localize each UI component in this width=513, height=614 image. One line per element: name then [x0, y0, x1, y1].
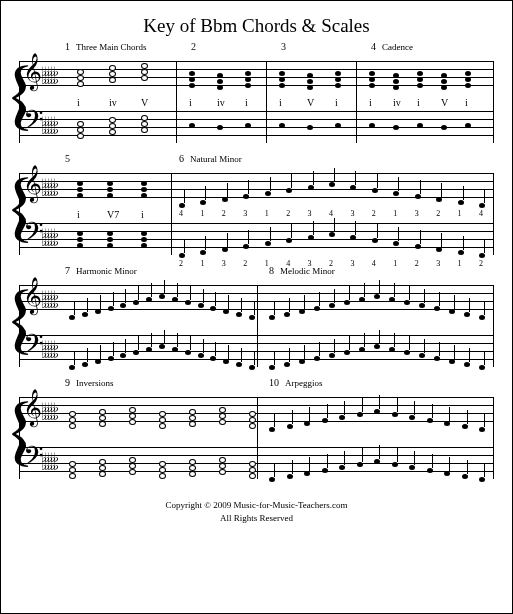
roman-numeral: i [245, 97, 248, 108]
fingering-number: 1 [200, 209, 204, 218]
roman-numeral: iv [393, 97, 401, 108]
fingering-number: 2 [436, 209, 440, 218]
roman-numeral: iv [217, 97, 225, 108]
roman-numeral: iv [109, 97, 117, 108]
roman-numeral: i [189, 97, 192, 108]
fingering-number: 2 [243, 259, 247, 268]
roman-numeral: i [417, 97, 420, 108]
roman-numeral: i [141, 209, 144, 220]
fingering-number: 2 [179, 259, 183, 268]
fingering-number: 3 [243, 209, 247, 218]
roman-numeral: i [465, 97, 468, 108]
fingering-number: 1 [458, 259, 462, 268]
footer: Copyright © 2009 Music-for-Music-Teacher… [19, 499, 494, 524]
roman-numeral: i [335, 97, 338, 108]
grand-staff-brace-icon: 𝄔 [9, 171, 19, 257]
roman-numeral: i [369, 97, 372, 108]
rights-text: All Rights Reserved [19, 512, 494, 525]
page-title: Key of Bbm Chords & Scales [19, 15, 494, 37]
roman-numeral: i [279, 97, 282, 108]
fingering-number: 3 [350, 209, 354, 218]
fingering-number: 1 [200, 259, 204, 268]
copyright-text: Copyright © 2009 Music-for-Music-Teacher… [19, 499, 494, 512]
system-2: 5 6Natural Minor 𝄔 𝄞 𝄢 ♭♭♭♭♭ ♭♭♭♭♭ ♭♭♭♭♭… [19, 163, 494, 247]
fingering-number: 4 [479, 209, 483, 218]
fingering-number: 2 [372, 209, 376, 218]
fingering-number: 1 [265, 209, 269, 218]
fingering-number: 3 [350, 259, 354, 268]
fingering-number: 3 [436, 259, 440, 268]
fingering-number: 2 [415, 259, 419, 268]
grand-staff-brace-icon: 𝄔 [9, 59, 19, 145]
fingering-number: 3 [308, 209, 312, 218]
treble-clef-icon: 𝄞 [23, 167, 42, 199]
fingering-number: 2 [222, 209, 226, 218]
grand-staff-brace-icon: 𝄔 [9, 283, 19, 369]
fingering-number: 3 [222, 259, 226, 268]
treble-clef-icon: 𝄞 [23, 391, 42, 423]
roman-numeral: V7 [107, 209, 119, 220]
sheet-music-page: Key of Bbm Chords & Scales 1Three Main C… [1, 1, 512, 532]
fingering-number: 4 [329, 209, 333, 218]
grand-staff-brace-icon: 𝄔 [9, 395, 19, 481]
treble-clef-icon: 𝄞 [23, 279, 42, 311]
roman-numeral: V [141, 97, 148, 108]
roman-numeral: V [441, 97, 448, 108]
fingering-number: 1 [458, 209, 462, 218]
system-3: 7Harmonic Minor 8Melodic Minor 𝄔 𝄞 𝄢 ♭♭♭… [19, 275, 494, 359]
fingering-number: 4 [372, 259, 376, 268]
fingering-number: 3 [415, 209, 419, 218]
fingering-number: 4 [179, 209, 183, 218]
treble-clef-icon: 𝄞 [23, 55, 42, 87]
roman-numeral: i [77, 97, 80, 108]
fingering-number: 2 [286, 209, 290, 218]
fingering-number: 1 [393, 209, 397, 218]
fingering-number: 2 [479, 259, 483, 268]
system-4: 9Inversions 10Arpeggios 𝄔 𝄞 𝄢 ♭♭♭♭♭ ♭♭♭♭… [19, 387, 494, 471]
fingering-number: 1 [393, 259, 397, 268]
system-1: 1Three Main Chords 2 3 4Cadence 𝄔 𝄞 𝄢 ♭♭… [19, 51, 494, 135]
roman-numeral: i [77, 209, 80, 220]
roman-numeral: V [307, 97, 314, 108]
